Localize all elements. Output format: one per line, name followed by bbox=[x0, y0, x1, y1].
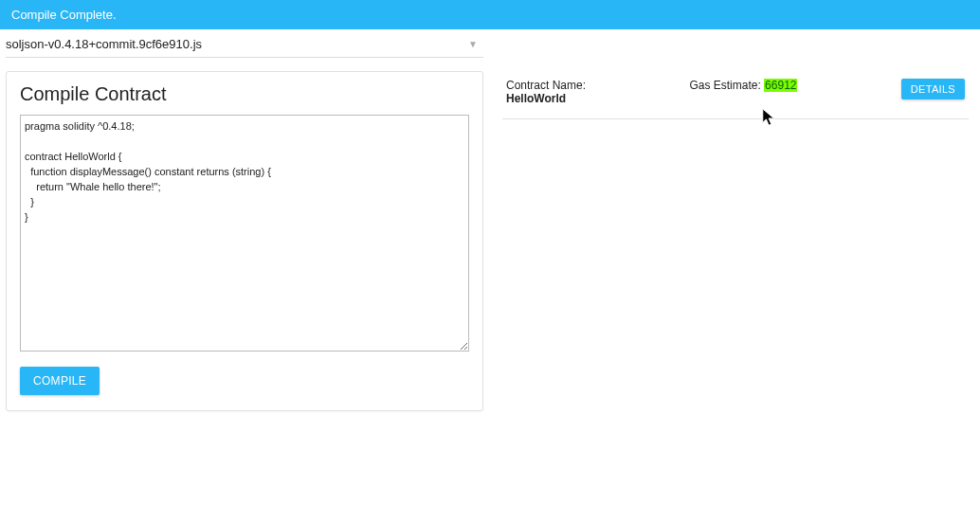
gas-estimate-block: Gas Estimate: 66912 bbox=[689, 79, 797, 92]
contract-name-block: Contract Name: HelloWorld bbox=[506, 79, 586, 105]
compile-button[interactable]: COMPILE bbox=[20, 367, 100, 395]
contract-result-row: Contract Name: HelloWorld Gas Estimate: … bbox=[502, 69, 969, 119]
contract-name-value: HelloWorld bbox=[506, 92, 586, 105]
status-header: Compile Complete. bbox=[0, 0, 980, 29]
source-code-input[interactable] bbox=[20, 115, 469, 352]
gas-estimate-value: 66912 bbox=[764, 79, 797, 92]
status-text: Compile Complete. bbox=[11, 8, 117, 22]
contract-name-label: Contract Name: bbox=[506, 79, 586, 92]
chevron-down-icon: ▼ bbox=[468, 39, 478, 49]
compile-title: Compile Contract bbox=[20, 83, 469, 105]
compiler-version-value: soljson-v0.4.18+commit.9cf6e910.js bbox=[6, 37, 202, 51]
gas-estimate-label: Gas Estimate: bbox=[689, 79, 764, 92]
compiler-version-select[interactable]: soljson-v0.4.18+commit.9cf6e910.js ▼ bbox=[6, 29, 483, 58]
compile-card: Compile Contract COMPILE bbox=[6, 71, 483, 411]
details-button[interactable]: DETAILS bbox=[901, 79, 965, 99]
